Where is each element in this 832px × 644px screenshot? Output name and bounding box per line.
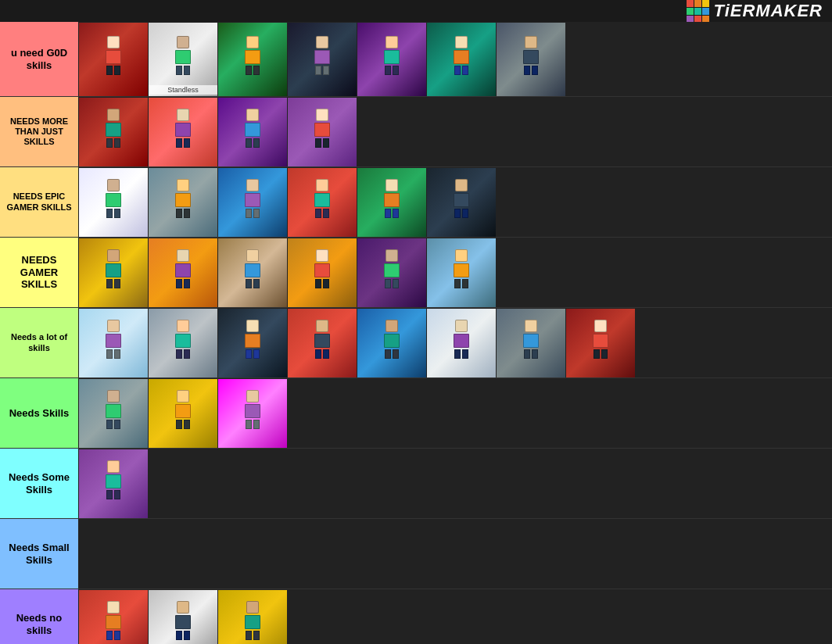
tier-label-g: Needs Small Skills: [0, 519, 78, 589]
tier-label-e: Needs Skills: [0, 378, 78, 448]
tier-item[interactable]: [149, 168, 217, 237]
tier-label-s: u need G0D skills: [0, 22, 78, 96]
tier-item[interactable]: [497, 23, 565, 96]
tier-row-b: NEEDS EPIC GAMER SKILLS: [0, 167, 832, 238]
tier-item[interactable]: [79, 98, 148, 166]
tier-item[interactable]: [288, 98, 357, 166]
tier-item[interactable]: [149, 309, 217, 377]
tier-label-c: NEEDS GAMER SKILLS: [0, 238, 78, 307]
tier-items-f: [78, 449, 832, 518]
tier-item[interactable]: [288, 238, 357, 307]
tier-item[interactable]: [218, 238, 287, 307]
tier-item[interactable]: [497, 309, 565, 377]
logo-icon: [687, 0, 709, 23]
tier-item[interactable]: [357, 168, 426, 237]
tier-item[interactable]: [218, 309, 287, 377]
tier-item[interactable]: [427, 23, 496, 96]
tier-item[interactable]: [357, 238, 426, 307]
tier-item[interactable]: [427, 168, 496, 237]
tier-item[interactable]: [427, 238, 496, 307]
tier-item[interactable]: [79, 168, 148, 237]
tier-item[interactable]: [218, 23, 287, 96]
tier-item[interactable]: [79, 449, 148, 518]
tier-items-h: [78, 589, 832, 644]
tier-list: TiERMAKER u need G0D skillsStandlessNEED…: [0, 0, 832, 644]
tier-item[interactable]: [288, 309, 357, 377]
tier-label-h: Needs no skills: [0, 589, 78, 644]
tier-row-e: Needs Skills: [0, 378, 832, 449]
tier-item[interactable]: [79, 590, 148, 644]
tier-item[interactable]: [566, 309, 635, 377]
tier-item[interactable]: [79, 238, 148, 307]
tier-row-d: Needs a lot of skills: [0, 308, 832, 378]
tier-row-s: u need G0D skillsStandless: [0, 22, 832, 97]
tier-row-a: NEEDS MORE THAN JUST SKILLS: [0, 97, 832, 167]
tier-items-c: [78, 238, 832, 307]
tier-item[interactable]: [357, 309, 426, 377]
tier-row-h: Needs no skills: [0, 589, 832, 644]
tier-item[interactable]: [427, 309, 496, 377]
tiermaker-logo: TiERMAKER: [687, 0, 823, 23]
tier-rows: u need G0D skillsStandlessNEEDS MORE THA…: [0, 22, 832, 644]
tier-item[interactable]: [218, 379, 287, 448]
tier-item[interactable]: [288, 168, 357, 237]
tier-label-f: Needs Some Skills: [0, 449, 78, 518]
tier-items-b: [78, 167, 832, 237]
tier-label-b: NEEDS EPIC GAMER SKILLS: [0, 167, 78, 237]
tier-label-a: NEEDS MORE THAN JUST SKILLS: [0, 97, 78, 166]
tier-row-c: NEEDS GAMER SKILLS: [0, 238, 832, 308]
tier-item[interactable]: [288, 23, 357, 96]
tier-label-d: Needs a lot of skills: [0, 308, 78, 377]
tier-item[interactable]: [149, 98, 217, 166]
tier-items-d: [78, 308, 832, 377]
tier-item[interactable]: [149, 379, 217, 448]
tier-row-g: Needs Small Skills: [0, 519, 832, 589]
tier-item[interactable]: [79, 23, 148, 96]
tier-item[interactable]: [218, 168, 287, 237]
tier-items-s: Standless: [78, 22, 832, 96]
tier-items-a: [78, 97, 832, 166]
tier-item[interactable]: [357, 23, 426, 96]
tier-item[interactable]: [218, 590, 287, 644]
tier-item[interactable]: [218, 98, 287, 166]
tier-item[interactable]: [79, 379, 148, 448]
tier-item[interactable]: Standless: [149, 23, 217, 96]
tier-items-e: [78, 378, 832, 448]
logo-text: TiERMAKER: [714, 1, 823, 21]
tier-item[interactable]: [149, 238, 217, 307]
tier-item[interactable]: [79, 309, 148, 377]
header: TiERMAKER: [0, 0, 832, 22]
tier-row-f: Needs Some Skills: [0, 449, 832, 519]
tier-items-g: [78, 519, 832, 589]
tier-item[interactable]: [149, 590, 217, 644]
